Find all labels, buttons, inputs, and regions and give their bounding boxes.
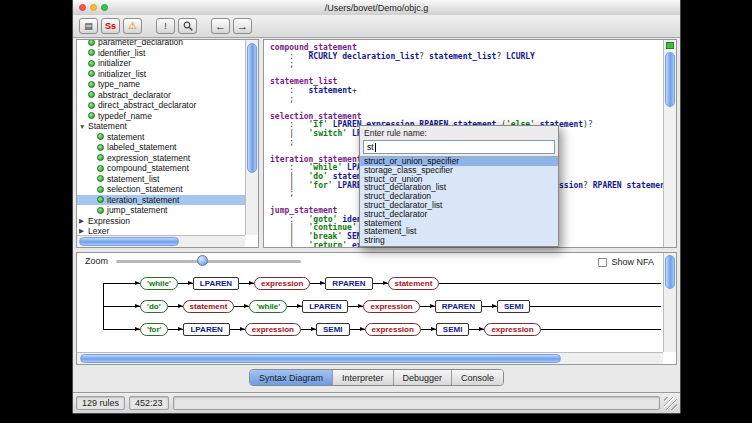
window-controls: [79, 4, 108, 11]
tree-item-Statement[interactable]: ▼Statement: [77, 121, 245, 132]
rail-box-expression[interactable]: expression: [245, 323, 301, 336]
triangle-open-icon[interactable]: ▼: [79, 123, 87, 130]
rail-box-expression[interactable]: expression: [365, 323, 421, 336]
rule-icon: [97, 175, 104, 182]
tree-item-labeled_statement[interactable]: labeled_statement: [77, 142, 245, 153]
tab-console[interactable]: Console: [452, 370, 503, 385]
rule-name-input[interactable]: st: [363, 140, 555, 154]
rail-box-RPAREN[interactable]: RPAREN: [435, 300, 482, 313]
tree-item-label: labeled_statement: [107, 142, 176, 152]
rail-box-SEMI[interactable]: SEMI: [436, 323, 470, 336]
arrow-connector-icon: [482, 306, 497, 307]
editor-marker: [666, 42, 674, 49]
forward-button[interactable]: →: [233, 18, 252, 34]
rail-row-2: 'for'LPARENexpressionSEMIexpressionSEMIe…: [89, 318, 661, 341]
rail-box-while[interactable]: 'while': [249, 300, 287, 313]
tree-item-type_name[interactable]: type_name: [77, 79, 245, 90]
tree-item-Lexer[interactable]: ▶Lexer: [77, 226, 245, 235]
tree-item-initializer_list[interactable]: initializer_list: [77, 69, 245, 80]
tree-item-Expression[interactable]: ▶Expression: [77, 216, 245, 227]
minimize-button[interactable]: [90, 4, 97, 11]
tree-item-label: expression_statement: [107, 153, 190, 163]
rail-box-SEMI[interactable]: SEMI: [497, 300, 531, 313]
tree-item-parameter_declaration[interactable]: parameter_declaration: [77, 39, 245, 48]
console-button[interactable]: ▤: [79, 18, 98, 34]
close-button[interactable]: [79, 4, 86, 11]
text-caret: [375, 143, 376, 152]
syntax-colors-button[interactable]: Ss: [101, 18, 120, 34]
popup-label: Enter rule name:: [360, 126, 558, 139]
rail-box-LPAREN[interactable]: LPAREN: [302, 300, 348, 313]
find-button[interactable]: [178, 18, 197, 34]
zoom-button[interactable]: [101, 4, 108, 11]
tree-vertical-scroll-thumb[interactable]: [247, 43, 257, 173]
tree-item-compound_statement[interactable]: compound_statement: [77, 163, 245, 174]
tree-item-expression_statement[interactable]: expression_statement: [77, 153, 245, 164]
tree-item-label: Lexer: [88, 226, 109, 235]
tree-item-label: type_name: [98, 79, 140, 89]
ideas-button[interactable]: !: [156, 18, 175, 34]
rail-box-for[interactable]: 'for': [140, 323, 168, 336]
rail-box-SEMI[interactable]: SEMI: [316, 323, 350, 336]
arrow-connector-icon: [168, 306, 183, 307]
tree-vertical-scrollbar[interactable]: [245, 40, 258, 235]
tree-item-statement_list[interactable]: statement_list: [77, 174, 245, 185]
tree-item-initializer[interactable]: initializer: [77, 58, 245, 69]
triangle-closed-icon[interactable]: ▶: [79, 217, 87, 225]
status-message: [173, 396, 660, 410]
diagram-vertical-scroll-thumb[interactable]: [665, 255, 675, 289]
warning-icon: ⚠: [128, 21, 137, 31]
tab-interpreter[interactable]: Interpreter: [333, 370, 394, 385]
console-icon: ▤: [84, 22, 93, 31]
zoom-slider[interactable]: [116, 260, 301, 263]
rail-box-statement[interactable]: statement: [388, 277, 440, 290]
tree-item-typedef_name[interactable]: typedef_name: [77, 111, 245, 122]
arrow-connector-icon: [310, 283, 325, 284]
rail-row-1: 'do'statement'while'LPARENexpressionRPAR…: [89, 295, 661, 318]
arrow-connector-icon: [348, 306, 363, 307]
tree-item-abstract_declarator[interactable]: abstract_declarator: [77, 90, 245, 101]
rail-box-LPAREN[interactable]: LPAREN: [183, 323, 229, 336]
app-window: /Users/bovet/Demo/objc.g ▤ Ss ⚠ ! ← → pa…: [72, 0, 681, 414]
resize-grip-icon[interactable]: [664, 397, 677, 410]
editor-scroll-thumb[interactable]: [665, 52, 675, 107]
syntax-colors-icon: Ss: [105, 22, 116, 31]
tree-item-direct_abstract_declarator[interactable]: direct_abstract_declarator: [77, 100, 245, 111]
tree-item-selection_statement[interactable]: selection_statement: [77, 184, 245, 195]
popup-item-statement_list[interactable]: statement_list: [360, 227, 558, 236]
diagram-horizontal-scroll-thumb[interactable]: [80, 354, 561, 363]
rail-box-while[interactable]: 'while': [140, 277, 178, 290]
rail-box-statement[interactable]: statement: [183, 300, 235, 313]
title-bar[interactable]: /Users/bovet/Demo/objc.g: [73, 0, 680, 16]
tree-item-statement[interactable]: statement: [77, 132, 245, 143]
tree-item-identifier_list[interactable]: identifier_list: [77, 48, 245, 59]
rail-box-expression[interactable]: expression: [363, 300, 419, 313]
tab-debugger[interactable]: Debugger: [394, 370, 453, 385]
search-icon: [183, 21, 193, 31]
arrow-connector-icon: [420, 306, 435, 307]
show-nfa-checkbox[interactable]: [598, 258, 607, 267]
tree-horizontal-scrollbar[interactable]: [77, 235, 245, 247]
tree-item-iteration_statement[interactable]: iteration_statement: [77, 195, 245, 206]
popup-item-string[interactable]: string: [360, 236, 558, 245]
tab-syntax-diagram[interactable]: Syntax Diagram: [250, 370, 333, 385]
triangle-closed-icon[interactable]: ▶: [79, 227, 87, 235]
rail-box-do[interactable]: 'do': [140, 300, 168, 313]
cursor-position: 452:23: [129, 396, 169, 410]
rule-icon: [97, 196, 104, 203]
rule-icon: [88, 39, 95, 46]
rule-tree: parameter_declarationidentifier_listinit…: [77, 39, 245, 235]
rail-box-LPAREN[interactable]: LPAREN: [193, 277, 239, 290]
diagram-horizontal-scrollbar[interactable]: [77, 352, 663, 364]
editor-vertical-scrollbar[interactable]: [663, 40, 676, 247]
rail-box-expression[interactable]: expression: [254, 277, 310, 290]
diagram-vertical-scrollbar[interactable]: [663, 253, 676, 352]
zoom-slider-thumb[interactable]: [197, 255, 208, 266]
tree-horizontal-scroll-thumb[interactable]: [79, 237, 179, 246]
warnings-button[interactable]: ⚠: [123, 18, 142, 34]
tree-item-label: jump_statement: [107, 205, 167, 215]
rail-box-expression[interactable]: expression: [484, 323, 540, 336]
back-button[interactable]: ←: [211, 18, 230, 34]
rail-box-RPAREN[interactable]: RPAREN: [325, 277, 372, 290]
tree-item-jump_statement[interactable]: jump_statement: [77, 205, 245, 216]
